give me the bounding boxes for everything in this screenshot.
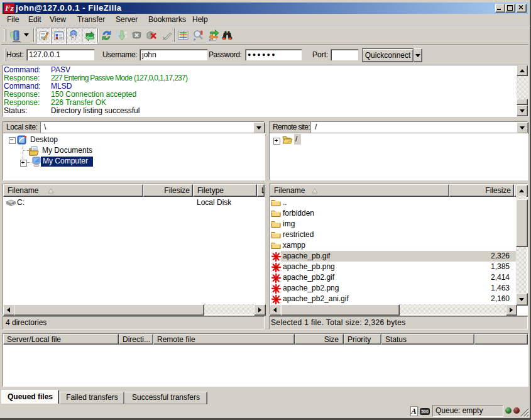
svg-text:500: 500 xyxy=(421,409,429,414)
svg-text:A: A xyxy=(411,407,417,416)
